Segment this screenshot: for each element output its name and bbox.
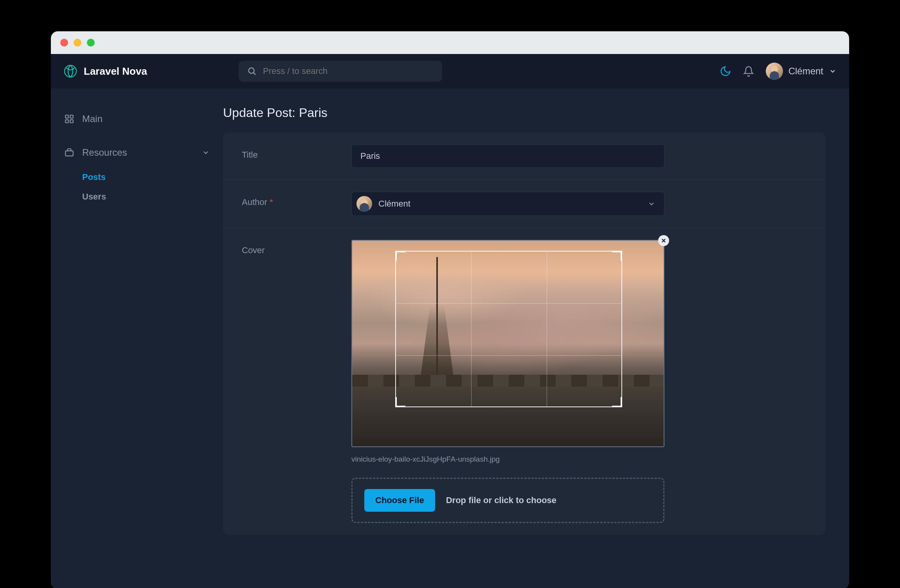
form-row-cover: Cover xyxy=(223,228,826,535)
chevron-down-icon xyxy=(202,149,210,156)
sidebar-item-users[interactable]: Users xyxy=(82,187,213,207)
app-window: Laravel Nova Clément Main xyxy=(51,31,849,588)
search-input[interactable] xyxy=(263,66,434,76)
required-indicator: * xyxy=(270,197,273,207)
app-body: Main Resources Posts Users Update Post: … xyxy=(51,88,849,588)
grid-icon xyxy=(64,114,74,124)
sidebar-item-resources[interactable]: Resources xyxy=(61,142,213,164)
svg-point-1 xyxy=(249,68,254,74)
window-close-button[interactable] xyxy=(60,39,68,47)
crop-handle-tr[interactable] xyxy=(612,251,622,261)
author-select[interactable]: Clément xyxy=(351,192,664,216)
sidebar-main-label: Main xyxy=(82,113,103,124)
title-label: Title xyxy=(242,144,351,160)
sidebar-item-main[interactable]: Main xyxy=(61,108,213,130)
cover-dropzone[interactable]: Choose File Drop file or click to choose xyxy=(351,478,664,523)
title-input[interactable] xyxy=(351,144,664,168)
author-avatar xyxy=(356,196,372,212)
sidebar-subitems: Posts Users xyxy=(61,167,213,207)
sidebar: Main Resources Posts Users xyxy=(51,88,223,588)
svg-rect-4 xyxy=(70,115,73,118)
author-value: Clément xyxy=(378,199,410,209)
briefcase-icon xyxy=(64,147,74,158)
search-box[interactable] xyxy=(239,61,442,82)
chevron-down-icon xyxy=(648,200,655,208)
close-icon xyxy=(661,238,666,243)
moon-icon xyxy=(720,65,731,77)
page-title: Update Post: Paris xyxy=(223,106,826,120)
form-row-author: Author * Clément xyxy=(223,180,826,228)
crop-handle-bl[interactable] xyxy=(395,397,405,407)
window-titlebar xyxy=(51,31,849,54)
header-actions: Clément xyxy=(720,63,837,80)
brand[interactable]: Laravel Nova xyxy=(63,64,228,78)
cover-label: Cover xyxy=(242,240,351,255)
sidebar-item-posts[interactable]: Posts xyxy=(82,167,213,187)
choose-file-button[interactable]: Choose File xyxy=(364,489,435,512)
svg-rect-5 xyxy=(65,120,68,123)
main-content: Update Post: Paris Title Author * xyxy=(223,88,849,588)
chevron-down-icon xyxy=(829,67,837,75)
notifications-button[interactable] xyxy=(743,66,754,77)
theme-toggle-button[interactable] xyxy=(720,65,731,77)
search-icon xyxy=(247,67,257,76)
remove-cover-button[interactable] xyxy=(658,235,669,246)
author-label: Author * xyxy=(242,192,351,207)
form-card: Title Author * Clément xyxy=(223,133,826,535)
user-name: Clément xyxy=(788,66,823,77)
sidebar-resources-label: Resources xyxy=(82,147,127,158)
svg-rect-7 xyxy=(65,151,73,156)
form-row-title: Title xyxy=(223,133,826,180)
svg-rect-6 xyxy=(70,120,73,123)
cover-preview-wrap xyxy=(351,240,664,447)
window-minimize-button[interactable] xyxy=(74,39,81,47)
user-avatar xyxy=(766,63,783,80)
dropzone-hint: Drop file or click to choose xyxy=(446,495,556,505)
brand-logo-icon xyxy=(63,64,77,78)
window-maximize-button[interactable] xyxy=(87,39,95,47)
cover-image[interactable] xyxy=(351,240,664,447)
cover-filename: vinicius-eloy-bailo-xcJiJsgHpFA-unsplash… xyxy=(351,455,664,464)
svg-line-2 xyxy=(254,73,256,75)
crop-handle-br[interactable] xyxy=(612,397,622,407)
bell-icon xyxy=(743,66,754,77)
user-menu[interactable]: Clément xyxy=(766,63,837,80)
crop-overlay[interactable] xyxy=(395,251,622,407)
svg-point-0 xyxy=(65,65,76,77)
brand-name: Laravel Nova xyxy=(84,65,147,77)
crop-handle-tl[interactable] xyxy=(395,251,405,261)
app-header: Laravel Nova Clément xyxy=(51,54,849,88)
svg-rect-3 xyxy=(65,115,68,118)
